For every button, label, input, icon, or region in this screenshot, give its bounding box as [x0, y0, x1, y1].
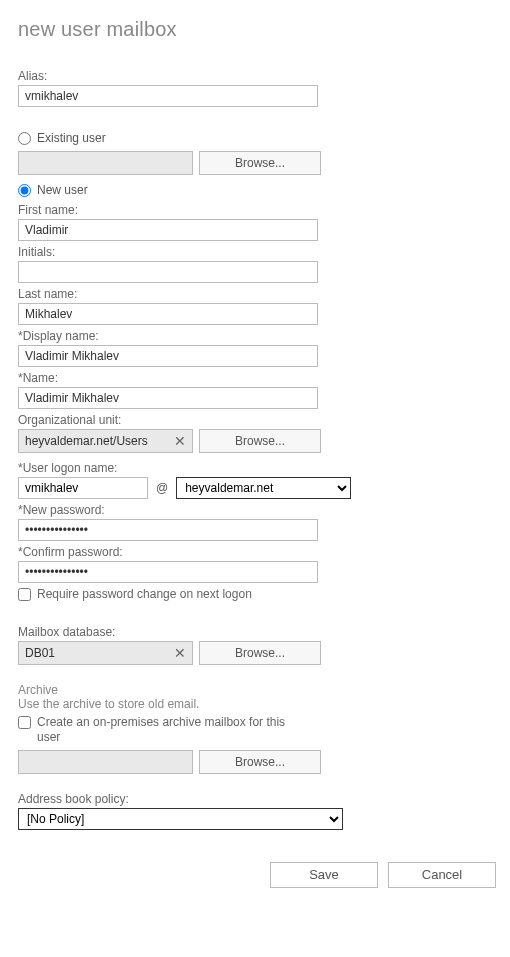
alias-input[interactable] [18, 85, 318, 107]
archive-browse-button[interactable]: Browse... [199, 750, 321, 774]
existing-user-label: Existing user [37, 131, 106, 145]
archive-label: Archive [18, 683, 500, 697]
new-user-radio[interactable] [18, 184, 31, 197]
mailbox-db-value: DB01 [25, 646, 55, 660]
archive-create-label: Create an on-premises archive mailbox fo… [37, 715, 307, 746]
logon-local-input[interactable] [18, 477, 148, 499]
last-name-input[interactable] [18, 303, 318, 325]
initials-input[interactable] [18, 261, 318, 283]
new-password-label: *New password: [18, 503, 500, 517]
archive-hint: Use the archive to store old email. [18, 697, 500, 711]
existing-user-picker [18, 151, 193, 175]
mailbox-db-label: Mailbox database: [18, 625, 500, 639]
existing-user-browse-button[interactable]: Browse... [199, 151, 321, 175]
abp-select[interactable]: [No Policy] [18, 808, 343, 830]
cancel-button[interactable]: Cancel [388, 862, 496, 888]
confirm-password-label: *Confirm password: [18, 545, 500, 559]
new-user-label: New user [37, 183, 88, 197]
display-name-input[interactable] [18, 345, 318, 367]
mailbox-db-picker: DB01 ✕ [18, 641, 193, 665]
first-name-input[interactable] [18, 219, 318, 241]
mailbox-db-browse-button[interactable]: Browse... [199, 641, 321, 665]
logon-label: *User logon name: [18, 461, 500, 475]
ou-browse-button[interactable]: Browse... [199, 429, 321, 453]
last-name-label: Last name: [18, 287, 500, 301]
ou-label: Organizational unit: [18, 413, 500, 427]
confirm-password-input[interactable] [18, 561, 318, 583]
require-pwd-change-label: Require password change on next logon [37, 587, 252, 603]
initials-label: Initials: [18, 245, 500, 259]
save-button[interactable]: Save [270, 862, 378, 888]
name-input[interactable] [18, 387, 318, 409]
existing-user-radio[interactable] [18, 132, 31, 145]
logon-at-sign: @ [156, 481, 168, 495]
logon-domain-select[interactable]: heyvaldemar.net [176, 477, 351, 499]
name-label: *Name: [18, 371, 500, 385]
archive-db-picker [18, 750, 193, 774]
mailbox-db-clear-icon[interactable]: ✕ [172, 646, 188, 660]
ou-picker: heyvaldemar.net/Users ✕ [18, 429, 193, 453]
require-pwd-change-checkbox[interactable] [18, 588, 31, 601]
display-name-label: *Display name: [18, 329, 500, 343]
abp-label: Address book policy: [18, 792, 500, 806]
page-title: new user mailbox [18, 18, 500, 41]
alias-label: Alias: [18, 69, 500, 83]
first-name-label: First name: [18, 203, 500, 217]
archive-create-checkbox[interactable] [18, 716, 31, 729]
ou-value: heyvaldemar.net/Users [25, 434, 148, 448]
ou-clear-icon[interactable]: ✕ [172, 434, 188, 448]
new-password-input[interactable] [18, 519, 318, 541]
